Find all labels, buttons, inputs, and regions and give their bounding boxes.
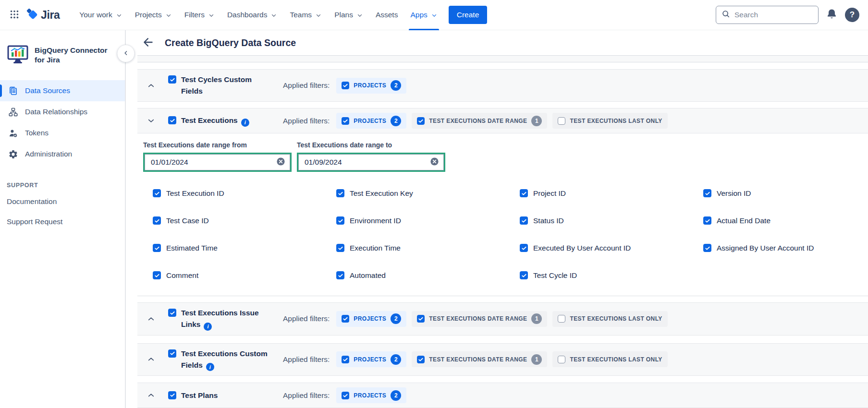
filter-chip-test-executions-last-only[interactable]: TEST EXECUTIONS LAST ONLY	[552, 351, 667, 367]
field-checkbox[interactable]	[520, 271, 528, 279]
field-checkbox[interactable]	[336, 216, 344, 225]
chevron-up-icon[interactable]	[144, 391, 158, 400]
applied-filters-label: Applied filters:	[283, 391, 330, 400]
app-switcher-icon	[9, 9, 20, 21]
date-to-input[interactable]	[299, 158, 430, 167]
filter-chip-projects[interactable]: PROJECTS2	[336, 113, 406, 129]
chip-checkbox[interactable]	[558, 315, 565, 323]
chevron-up-icon[interactable]	[144, 314, 158, 324]
nav-item-plans[interactable]: Plans	[328, 0, 369, 30]
field-checkbox[interactable]	[153, 216, 161, 225]
chip-checkbox[interactable]	[558, 117, 565, 125]
create-button[interactable]: Create	[449, 6, 488, 24]
field-label: Assigned By User Account ID	[717, 244, 814, 252]
field-checkbox[interactable]	[153, 244, 161, 252]
search-input[interactable]	[734, 11, 813, 19]
nav-item-assets[interactable]: Assets	[369, 0, 404, 30]
section-checkbox[interactable]	[168, 75, 176, 84]
section-checkbox[interactable]	[168, 309, 176, 317]
field-checkbox[interactable]	[153, 189, 161, 197]
filter-count-badge: 2	[391, 354, 401, 365]
filter-chip-label: PROJECTS	[354, 392, 386, 399]
sidebar-item-data-sources[interactable]: Data Sources	[0, 80, 125, 101]
section-checkbox[interactable]	[168, 349, 176, 358]
filter-chip-test-executions-date-range[interactable]: TEST EXECUTIONS DATE RANGE1	[412, 351, 547, 367]
section-label-line: Test Executions	[181, 116, 238, 124]
support-link-support-request[interactable]: Support Request	[0, 212, 125, 232]
section-label-line: Test Executions Custom	[181, 349, 268, 358]
applied-filter-chips: PROJECTS2TEST EXECUTIONS DATE RANGE1TEST…	[336, 113, 667, 129]
filter-chip-test-executions-date-range[interactable]: TEST EXECUTIONS DATE RANGE1	[412, 311, 547, 327]
nav-item-filters[interactable]: Filters	[178, 0, 221, 30]
filter-chip-projects[interactable]: PROJECTS2	[336, 311, 406, 327]
chevron-up-icon[interactable]	[144, 355, 158, 364]
filter-chip-label: TEST EXECUTIONS DATE RANGE	[429, 315, 527, 322]
app-logo	[7, 45, 29, 67]
field-checkbox-item: Test Cycle ID	[520, 262, 703, 289]
sidebar-collapse-button[interactable]	[117, 45, 135, 62]
field-checkbox[interactable]	[336, 244, 344, 252]
field-checkbox[interactable]	[336, 271, 344, 279]
chip-checkbox[interactable]	[558, 356, 565, 363]
nav-item-apps[interactable]: Apps	[404, 0, 443, 30]
jira-home-link[interactable]: Jira	[23, 8, 62, 23]
back-button[interactable]	[142, 36, 155, 50]
sidebar-item-tokens[interactable]: Tokens	[0, 122, 125, 144]
app-switcher-button[interactable]	[6, 6, 23, 24]
app-header: BigQuery Connector for Jira	[0, 45, 125, 67]
field-checkbox[interactable]	[520, 189, 528, 197]
nav-item-label: Dashboards	[227, 11, 268, 19]
chip-checkbox[interactable]	[342, 82, 349, 89]
filter-chip-test-executions-date-range[interactable]: TEST EXECUTIONS DATE RANGE1	[412, 113, 547, 129]
info-icon[interactable]: i	[204, 323, 212, 331]
help-button[interactable]: ?	[845, 8, 859, 22]
filter-chip-test-executions-last-only[interactable]: TEST EXECUTIONS LAST ONLY	[552, 311, 667, 327]
nav-item-your-work[interactable]: Your work	[73, 0, 128, 30]
chip-checkbox[interactable]	[417, 356, 425, 363]
field-checkbox[interactable]	[703, 244, 711, 252]
section-checkbox[interactable]	[168, 116, 176, 124]
filter-chip-projects[interactable]: PROJECTS2	[336, 78, 406, 94]
field-checkbox-item: Assigned By User Account ID	[703, 234, 868, 262]
field-label: Test Execution Key	[350, 189, 413, 198]
nav-item-dashboards[interactable]: Dashboards	[221, 0, 284, 30]
field-checkbox[interactable]	[520, 216, 528, 225]
notifications-button[interactable]	[826, 8, 838, 22]
filter-chip-label: PROJECTS	[354, 315, 386, 322]
nav-item-teams[interactable]: Teams	[283, 0, 328, 30]
sidebar-item-administration[interactable]: Administration	[0, 144, 125, 165]
filter-chip-projects[interactable]: PROJECTS2	[336, 351, 406, 367]
field-checkbox[interactable]	[153, 271, 161, 279]
section-checkbox[interactable]	[168, 391, 176, 399]
date-from-clear-button[interactable]	[276, 157, 285, 168]
filter-chip-projects[interactable]: PROJECTS2	[336, 387, 406, 403]
chip-checkbox[interactable]	[342, 392, 349, 399]
date-to-clear-button[interactable]	[430, 157, 439, 168]
support-link-documentation[interactable]: Documentation	[0, 192, 125, 212]
field-checkbox[interactable]	[703, 216, 711, 225]
date-to-field: Test Executions date range to	[297, 141, 445, 172]
chip-checkbox[interactable]	[417, 117, 425, 125]
search-box[interactable]	[716, 6, 819, 24]
info-icon[interactable]: i	[241, 119, 249, 127]
chip-checkbox[interactable]	[342, 117, 349, 125]
section-divider	[137, 296, 868, 296]
field-checkbox-item: Execution Time	[336, 234, 520, 262]
sidebar-item-data-relationships[interactable]: Data Relationships	[0, 101, 125, 122]
chip-checkbox[interactable]	[342, 315, 349, 323]
clear-icon	[430, 157, 439, 168]
chevron-down-icon[interactable]	[144, 116, 158, 125]
field-checkbox[interactable]	[520, 244, 528, 252]
field-checkbox[interactable]	[703, 189, 711, 197]
bell-icon	[826, 8, 838, 22]
info-icon[interactable]: i	[206, 363, 214, 371]
chip-checkbox[interactable]	[417, 315, 425, 323]
chevron-up-icon[interactable]	[144, 81, 158, 90]
filter-chip-test-executions-last-only[interactable]: TEST EXECUTIONS LAST ONLY	[552, 113, 667, 129]
chevron-left-icon	[122, 49, 130, 58]
field-checkbox[interactable]	[336, 189, 344, 197]
body-layout: BigQuery Connector for Jira Data Sources…	[0, 30, 868, 408]
chip-checkbox[interactable]	[342, 356, 349, 363]
date-from-input[interactable]	[145, 158, 276, 167]
nav-item-projects[interactable]: Projects	[129, 0, 178, 30]
